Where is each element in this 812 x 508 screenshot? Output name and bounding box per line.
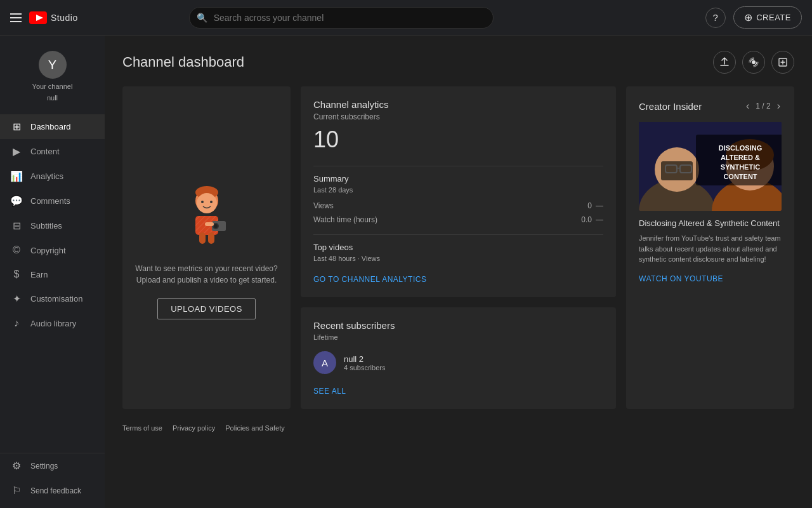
feedback-icon: ⚐ [10,485,23,497]
recent-subs-title: Recent subscribers [313,320,603,331]
analytics-subscribers-label: Current subscribers [313,112,603,121]
sidebar-label-copyright: Copyright [30,246,66,255]
analytics-summary-period: Last 28 days [313,186,603,194]
channel-name: Your channel [32,83,73,90]
sidebar-label-content: Content [30,147,60,156]
upload-card: Want to see metrics on your recent video… [122,86,291,409]
subtitles-icon: ⊟ [10,220,23,232]
post-action-button[interactable] [771,51,794,74]
svg-rect-16 [208,232,214,244]
header-actions [713,51,794,74]
analytics-card-title: Channel analytics [313,99,603,110]
svg-point-13 [214,224,218,228]
sidebar-item-copyright[interactable]: © Copyright [0,238,105,262]
creator-next-button[interactable]: › [776,99,782,113]
analytics-views-row: Views 0 — [313,201,603,210]
footer-terms[interactable]: Terms of use [122,424,162,432]
analytics-divider [313,166,603,166]
svg-text:SYNTHETIC: SYNTHETIC [721,163,760,171]
youtube-icon [29,11,47,24]
sidebar-label-dashboard: Dashboard [30,122,71,131]
help-button[interactable]: ? [705,8,726,28]
search-input[interactable] [189,7,494,29]
live-icon [749,57,759,67]
create-button[interactable]: ⊕ CREATE [733,6,802,29]
post-icon [778,57,788,67]
sidebar-item-earn[interactable]: $ Earn [0,262,105,286]
sidebar-item-analytics[interactable]: 📊 Analytics [0,164,105,189]
sidebar-item-send-feedback[interactable]: ⚐ Send feedback [0,478,105,503]
menu-button[interactable] [10,13,22,22]
sidebar-item-subtitles[interactable]: ⊟ Subtitles [0,213,105,238]
sidebar-item-dashboard[interactable]: ⊞ Dashboard [0,114,105,139]
sidebar-bottom: ⚙ Settings ⚐ Send feedback [0,453,105,508]
earn-icon: $ [10,269,23,280]
analytics-summary-title: Summary [313,174,603,184]
sidebar-label-comments: Comments [30,196,70,206]
analytics-watchtime-value: 0.0 — [581,215,603,224]
sidebar-label-send-feedback: Send feedback [30,486,81,495]
top-videos-title: Top videos [313,243,603,252]
sidebar-item-content[interactable]: ▶ Content [0,139,105,164]
watchtime-number: 0.0 [581,215,592,224]
creator-card-header: Creator Insider ‹ 1 / 2 › [639,99,782,113]
watch-on-youtube-button[interactable]: WATCH ON YOUTUBE [639,274,723,283]
channel-handle: null [47,94,58,102]
upload-videos-button[interactable]: UPLOAD VIDEOS [157,298,256,319]
svg-point-6 [197,193,217,213]
sidebar-item-customisation[interactable]: ✦ Customisation [0,286,105,311]
logo-text: Studio [51,13,78,23]
sidebar-label-analytics: Analytics [30,171,63,181]
analytics-views-label: Views [313,201,334,210]
recent-subs-lifetime: Lifetime [313,333,603,341]
upload-action-button[interactable] [713,51,736,74]
goto-channel-analytics-button[interactable]: GO TO CHANNEL ANALYTICS [313,275,426,284]
dashboard-icon: ⊞ [10,121,23,133]
creator-video-desc: Jennifer from YouTube's trust and safety… [639,233,782,265]
top-videos-sub: Last 48 hours · Views [313,255,603,262]
search-icon: 🔍 [197,13,207,23]
sidebar-item-comments[interactable]: 💬 Comments [0,189,105,213]
svg-point-2 [752,60,756,64]
svg-text:ALTERED &: ALTERED & [721,154,760,161]
sidebar-label-earn: Earn [30,270,48,279]
views-dash-icon: — [596,201,603,210]
creator-insider-card: Creator Insider ‹ 1 / 2 › [626,86,794,409]
dashboard-grid: Want to see metrics on your recent video… [122,86,794,409]
recent-subscribers-card: Recent subscribers Lifetime A null 2 4 s… [301,307,616,409]
creator-insider-title: Creator Insider [639,101,702,112]
sidebar: Y Your channel null ⊞ Dashboard ▶ Conten… [0,36,105,508]
svg-point-7 [201,201,204,203]
views-number: 0 [587,201,592,210]
sidebar-nav: ⊞ Dashboard ▶ Content 📊 Analytics 💬 Comm… [0,114,105,453]
creator-video-title: Disclosing Altered & Synthetic Content [639,218,782,228]
sidebar-item-settings[interactable]: ⚙ Settings [0,453,105,478]
channel-info: Y Your channel null [0,43,105,114]
svg-text:CONTENT: CONTENT [723,173,757,180]
body-layout: Y Your channel null ⊞ Dashboard ▶ Conten… [0,36,812,508]
footer-policies[interactable]: Policies and Safety [225,424,285,432]
footer-privacy[interactable]: Privacy policy [173,424,215,432]
creator-prev-button[interactable]: ‹ [745,99,750,113]
subscriber-avatar: A [313,351,336,374]
upload-icon [719,57,730,67]
sidebar-item-audio-library[interactable]: ♪ Audio library [0,311,105,335]
live-action-button[interactable] [742,51,765,74]
see-all-subscribers-button[interactable]: SEE ALL [313,387,346,396]
subscriber-item: A null 2 4 subscribers [313,351,603,374]
customisation-icon: ✦ [10,293,23,305]
create-plus-icon: ⊕ [744,11,753,23]
page-title: Channel dashboard [122,54,244,70]
copyright-icon: © [10,244,23,256]
channel-avatar: Y [39,51,67,79]
subscriber-count: 4 subscribers [344,364,385,371]
upload-description: Want to see metrics on your recent video… [135,263,278,286]
upload-illustration [169,177,245,253]
sidebar-label-customisation: Customisation [30,294,82,304]
analytics-subscribers-count: 10 [313,126,603,153]
creator-thumbnail: DISCLOSING ALTERED & SYNTHETIC CONTENT [639,122,782,211]
thumbnail-svg: DISCLOSING ALTERED & SYNTHETIC CONTENT [639,122,782,211]
logo[interactable]: Studio [29,11,78,24]
analytics-divider2 [313,234,603,235]
footer: Terms of use Privacy policy Policies and… [122,424,794,432]
